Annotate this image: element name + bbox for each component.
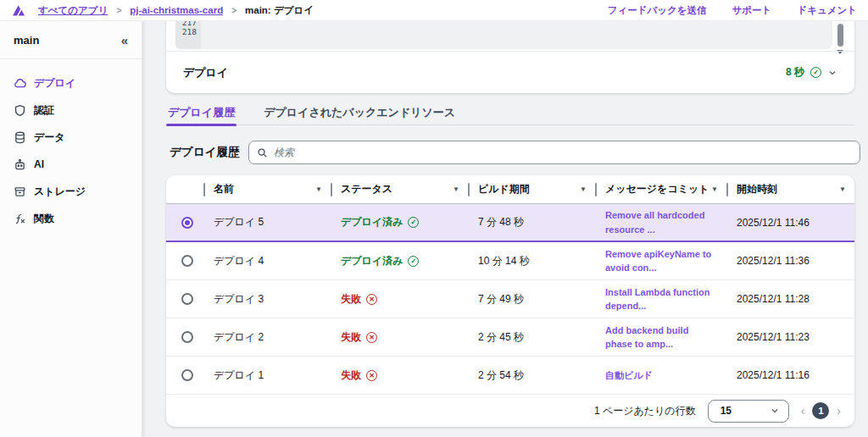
log-line-number: 218: [175, 27, 197, 36]
column-header-0: 名前▼: [203, 175, 331, 203]
column-header-2: ビルド期間▼: [468, 175, 595, 203]
search-icon: [257, 147, 268, 158]
log-line-number: 217: [175, 21, 197, 27]
sidebar-item-5[interactable]: 関数: [0, 205, 142, 232]
amplify-logo-icon[interactable]: [11, 3, 26, 17]
status-icon: ✕: [366, 332, 377, 343]
breadcrumb-separator: >: [116, 6, 121, 15]
breadcrumb-link[interactable]: すべてのアプリ: [38, 4, 108, 17]
sidebar-item-2[interactable]: データ: [0, 124, 142, 151]
table-body: デプロイ 5 デプロイ済み ✓ 7 分 48 秒 Remove all hard…: [166, 204, 854, 395]
row-select-radio[interactable]: [181, 217, 193, 229]
deployment-status: 失敗 ✕: [331, 330, 468, 345]
deployment-status: 失敗 ✕: [331, 368, 468, 383]
row-select-radio[interactable]: [181, 255, 193, 267]
row-select-radio[interactable]: [181, 293, 193, 305]
status-icon: ✕: [366, 370, 377, 381]
commit-message-link[interactable]: Remove apiKeyName to avoid con...: [605, 247, 716, 275]
sidebar-items: デプロイ認証データAIストレージ関数: [0, 59, 142, 232]
row-select-radio[interactable]: [181, 369, 193, 381]
deployment-name: デプロイ 2: [203, 330, 331, 345]
sidebar-item-0[interactable]: デプロイ: [0, 69, 142, 97]
select-chevron-down-icon: [770, 406, 780, 416]
filter-caret-icon[interactable]: ▼: [315, 185, 322, 193]
commit-message-link[interactable]: Remove all hardcoded resource ...: [605, 208, 716, 236]
main-content: 217218 デプロイ 8 秒 ✓ デプロイ履歴デプロイされたバックエンドリソー…: [142, 21, 868, 437]
branch-title: main: [14, 34, 39, 47]
column-header-label: メッセージをコミット: [605, 182, 709, 196]
tab-0[interactable]: デプロイ履歴: [166, 100, 236, 124]
table-header-row: 名前▼ステータス▼ビルド期間▼メッセージをコミット▼開始時刻▼: [166, 175, 854, 204]
pagination: ‹ 1 ›: [801, 402, 841, 419]
tab-bar: デプロイ履歴デプロイされたバックエンドリソース: [166, 100, 854, 125]
next-page-button[interactable]: ›: [837, 405, 841, 417]
commit-message-link[interactable]: Install Lambda function depend...: [605, 285, 716, 313]
column-header-label: 名前: [214, 182, 234, 196]
sidebar-item-1[interactable]: 認証: [0, 97, 142, 124]
filter-caret-icon[interactable]: ▼: [453, 185, 459, 193]
column-header-label: ステータス: [341, 182, 392, 196]
build-log[interactable]: 217218: [175, 21, 832, 49]
build-duration: 7 分 49 秒: [468, 292, 595, 307]
top-navigation-bar: すべてのアプリ>pj-ai-christmas-card>main: デプロイ …: [0, 0, 868, 21]
log-scrollbar[interactable]: [837, 24, 843, 47]
ai-robot-icon: [14, 158, 26, 171]
top-action-link[interactable]: フィードバックを送信: [608, 4, 707, 17]
row-select-radio[interactable]: [181, 331, 193, 343]
database-icon: [14, 131, 26, 144]
commit-message-link[interactable]: Add backend build phase to amp...: [605, 324, 716, 351]
column-header-3: メッセージをコミット▼: [595, 175, 726, 203]
storage-icon: [14, 185, 26, 198]
top-action-link[interactable]: サポート: [732, 4, 772, 17]
tab-1[interactable]: デプロイされたバックエンドリソース: [262, 100, 457, 124]
deployment-status: 失敗 ✕: [331, 292, 468, 307]
status-icon: ✓: [408, 217, 419, 228]
deployment-name: デプロイ 5: [203, 215, 331, 230]
sidebar-header: main «: [0, 21, 142, 59]
page-1-button[interactable]: 1: [812, 402, 829, 419]
table-row[interactable]: デプロイ 2 失敗 ✕ 2 分 45 秒 Add backend build p…: [166, 318, 854, 357]
sidebar-item-3[interactable]: AI: [0, 151, 142, 178]
deployment-status: デプロイ済み ✓: [331, 254, 468, 268]
top-action-link[interactable]: ドキュメント: [797, 4, 857, 17]
status-icon: ✓: [408, 256, 419, 267]
start-time: 2025/12/1 11:36: [726, 255, 854, 267]
deploy-duration: 8 秒: [786, 65, 804, 80]
sidebar-item-4[interactable]: ストレージ: [0, 178, 142, 205]
breadcrumb: すべてのアプリ>pj-ai-christmas-card>main: デプロイ: [38, 4, 314, 17]
commit-message-link[interactable]: 自動ビルド: [605, 368, 716, 383]
table-row[interactable]: デプロイ 4 デプロイ済み ✓ 10 分 14 秒 Remove apiKeyN…: [166, 242, 854, 280]
table-row[interactable]: デプロイ 3 失敗 ✕ 7 分 49 秒 Install Lambda func…: [166, 280, 854, 318]
filter-caret-icon[interactable]: ▼: [839, 185, 846, 193]
start-time: 2025/12/1 11:16: [726, 369, 854, 381]
chevron-down-icon[interactable]: [827, 68, 837, 78]
deployment-status: デプロイ済み ✓: [331, 215, 468, 230]
sidebar-item-label: ストレージ: [34, 185, 86, 199]
breadcrumb-link[interactable]: pj-ai-christmas-card: [130, 5, 223, 15]
sidebar-collapse-icon[interactable]: «: [121, 33, 128, 47]
deployment-name: デプロイ 4: [203, 254, 331, 268]
history-title: デプロイ履歴: [170, 145, 239, 160]
table-row[interactable]: デプロイ 1 失敗 ✕ 2 分 54 秒 自動ビルド 2025/12/1 11:…: [166, 357, 854, 395]
breadcrumb-current: main: デプロイ: [245, 4, 314, 17]
deploy-step-header[interactable]: デプロイ 8 秒 ✓: [166, 51, 854, 93]
table-row[interactable]: デプロイ 5 デプロイ済み ✓ 7 分 48 秒 Remove all hard…: [166, 204, 854, 242]
search-box: [248, 141, 860, 164]
success-check-icon: ✓: [810, 67, 821, 78]
build-duration: 2 分 45 秒: [468, 330, 595, 345]
deployment-name: デプロイ 1: [203, 368, 331, 383]
shield-icon: [14, 104, 26, 117]
start-time: 2025/12/1 11:23: [726, 331, 854, 343]
function-icon: [14, 213, 26, 225]
filter-caret-icon[interactable]: ▼: [580, 185, 587, 193]
rows-per-page-select[interactable]: 15: [708, 400, 789, 423]
previous-page-button[interactable]: ‹: [801, 405, 805, 417]
filter-caret-icon[interactable]: ▼: [711, 185, 718, 193]
search-input[interactable]: [274, 147, 852, 158]
column-header-1: ステータス▼: [331, 175, 468, 203]
column-header-4: 開始時刻▼: [726, 175, 854, 203]
build-duration: 2 分 54 秒: [468, 368, 595, 383]
sidebar-item-label: データ: [34, 130, 65, 145]
deploy-step-title: デプロイ: [183, 65, 228, 80]
rows-per-page-label: 1 ページあたりの行数: [594, 404, 696, 418]
